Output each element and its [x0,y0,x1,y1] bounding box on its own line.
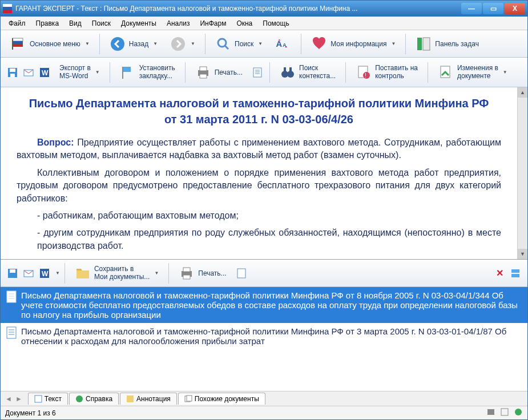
tab-prev-icon[interactable]: ◄ [4,395,13,403]
chevron-down-icon: ▼ [191,41,195,46]
changes-button[interactable]: Изменения вдокументе ▼ [433,62,513,83]
tabstrip: ◄ ► Текст Справка Аннотация Похожие доку… [1,391,527,406]
svg-rect-60 [187,395,192,401]
pane-layout-button[interactable] [508,266,523,281]
context-search-button[interactable]: Поискконтекста... [275,62,341,83]
svg-rect-17 [10,74,15,77]
menu-edit[interactable]: Правка [31,18,64,29]
svg-point-8 [171,37,185,51]
svg-rect-47 [511,274,519,277]
svg-rect-32 [289,67,292,72]
set-bookmark-button[interactable]: Установитьзакладку... [115,62,180,83]
lower-save-button[interactable] [5,266,20,281]
binoculars-icon [280,64,296,80]
svg-rect-4 [13,41,23,44]
menu-analysis[interactable]: Анализ [162,18,195,29]
chevron-down-icon[interactable]: ▼ [55,270,60,276]
similar-documents-pane: W ▼ Сохранить вМои документы... ▼ Печать… [1,260,527,391]
menu-view[interactable]: Вид [65,18,86,29]
lower-word-button[interactable]: W [37,266,52,281]
menu-help[interactable]: Помощь [258,18,293,29]
tab-nav: ◄ ► [4,395,23,403]
svg-point-9 [218,39,226,47]
svg-rect-16 [10,68,15,72]
result-item[interactable]: Письмо Департамента налоговой и таможенн… [1,323,527,349]
chevron-down-icon: ▼ [154,270,159,276]
svg-rect-2 [3,10,12,13]
search-button[interactable]: Поиск ▼ [210,33,268,55]
svg-rect-62 [501,409,508,415]
chevron-down-icon: ▼ [85,41,90,46]
vertical-scrollbar[interactable]: ▲ ▼ [517,87,527,259]
my-info-button[interactable]: Моя информация ▼ [306,33,401,55]
menu-infarm[interactable]: ИнФарм [195,18,231,29]
font-size-button[interactable]: AA [270,33,296,55]
svg-text:W: W [42,69,49,77]
save-icon [7,67,18,78]
svg-rect-25 [253,68,261,77]
document-paragraph: Коллективным договором и положением о по… [17,167,501,205]
font-size-icon: AA [275,36,291,52]
svg-point-7 [111,37,124,51]
lower-mail-button[interactable] [21,266,36,281]
mail-button[interactable] [21,65,36,80]
app-logo-icon [3,4,12,13]
tab-next-icon[interactable]: ► [14,395,23,403]
chevron-down-icon: ▼ [258,41,263,46]
svg-rect-13 [417,38,422,50]
menu-windows[interactable]: Окна [232,18,257,29]
chevron-down-icon: ▼ [153,41,158,46]
menu-search[interactable]: Поиск [87,18,115,29]
tab-reference[interactable]: Справка [69,393,119,405]
svg-text:W: W [42,270,49,278]
svg-rect-44 [183,275,190,279]
toolbar-secondary: W Экспорт вMS-Word ▼ Установитьзакладку.… [1,58,527,87]
status-icon-1[interactable] [486,407,495,418]
word-button[interactable]: W [37,65,52,80]
print-settings-button[interactable] [250,65,265,80]
tab-similar[interactable]: Похожие документы [178,393,265,405]
heart-icon [311,36,327,52]
back-arrow-icon [110,36,126,52]
print-button[interactable]: Печать... [190,62,248,83]
document-text[interactable]: Письмо Департамента налоговой и таможенн… [1,87,517,259]
svg-rect-58 [127,395,134,402]
forward-button[interactable]: ▼ [165,33,200,55]
scroll-down-icon[interactable]: ▼ [518,249,527,259]
back-button[interactable]: Назад ▼ [104,33,163,55]
save-icon [7,268,18,279]
task-panel-button[interactable]: Панель задач [410,33,484,55]
svg-rect-45 [237,269,245,278]
annotation-tab-icon [126,395,134,403]
svg-rect-61 [487,409,494,415]
lower-print-button[interactable]: Печать... [174,262,231,284]
svg-point-57 [76,395,83,402]
maximize-button[interactable]: ▭ [483,3,503,14]
result-item[interactable]: Письмо Департамента налоговой и таможенн… [1,287,527,323]
scroll-up-icon[interactable]: ▲ [518,87,527,98]
svg-rect-48 [7,291,16,302]
status-icon-3[interactable] [514,407,523,418]
pane-close-button[interactable]: ✕ [492,266,507,281]
svg-point-63 [515,409,522,415]
document-paragraph: Вопрос: Предприятие осуществляет работы … [17,136,501,162]
flag-icon [10,36,26,52]
close-button[interactable]: X [505,3,525,14]
export-word-button[interactable]: Экспорт вMS-Word ▼ [54,62,105,82]
status-icon-2[interactable] [500,407,509,418]
layout-icon [511,269,520,278]
put-on-control-button[interactable]: ! Поставить наконтроль [350,62,423,83]
lower-page-button[interactable] [234,266,249,281]
save-to-mydocs-button[interactable]: Сохранить вМои документы... ▼ [70,262,164,284]
minimize-button[interactable]: — [461,3,482,14]
main-menu-button[interactable]: Основное меню ▼ [5,33,95,55]
tab-text[interactable]: Текст [28,393,68,405]
save-button[interactable] [5,65,20,80]
tab-annotation[interactable]: Аннотация [120,393,177,405]
svg-line-10 [225,46,228,49]
svg-rect-3 [13,38,23,41]
menu-documents[interactable]: Документы [116,18,161,29]
magnifier-icon [215,36,231,52]
menu-file[interactable]: Файл [4,18,30,29]
window-title: ГАРАНТ ЭКСПЕРТ - Текст : Письмо Департам… [15,5,461,13]
